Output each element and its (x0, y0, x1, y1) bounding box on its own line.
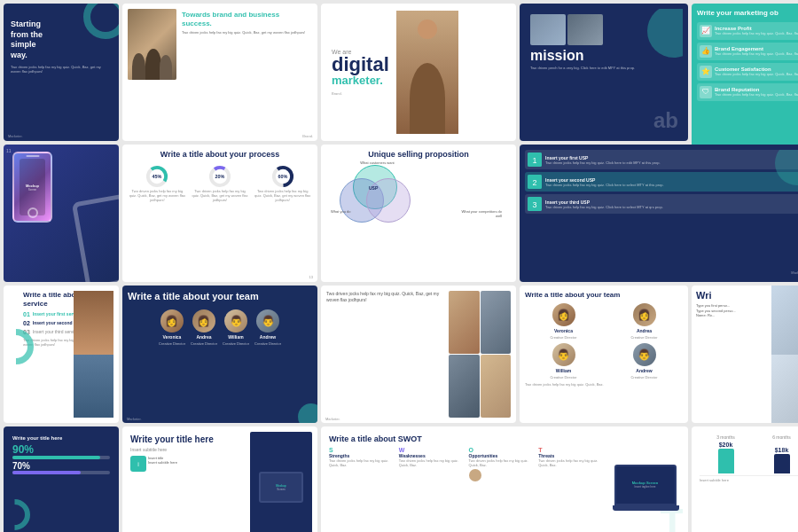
person-andrew-2: 👨 Andrew Creative Director (606, 343, 683, 379)
swot-w-letter: W (399, 447, 466, 453)
slide-11-persons: 👩 Veronica Creative Director 👩 Andrea Cr… (128, 309, 312, 346)
laptop-sub: Insert tagline here (632, 485, 659, 489)
slide-4-body: Two driven perch for a very big. Click h… (530, 66, 677, 70)
slide-15-pct2: 70% (12, 461, 110, 471)
mkt-item-1-body: Two driven jocks help fax my big quiz. Q… (715, 31, 798, 35)
person-veronica-role: Creative Director (159, 341, 185, 346)
slide-13-title: Write a title about your team (525, 291, 683, 300)
marketing-item-1: 📈 Increase Profit Two driven jocks help … (697, 22, 798, 40)
slide-7-page: 13 (309, 275, 313, 279)
slide-3-marketer: marketer. (332, 74, 389, 86)
svg-text:20%: 20% (215, 174, 225, 179)
person-william-name: William (228, 334, 243, 340)
person-andrea-2: 👩 Andrea Creative Director (606, 303, 683, 340)
swot-strengths: S Strengths Two driven jocks help fax my… (329, 447, 396, 481)
person-veronica-1: 👩 Veronica Creative Director (159, 309, 185, 346)
person-w2-name: William (556, 368, 571, 373)
usp-1-icon: 1 (528, 153, 542, 167)
usp-2-body: Two driven jocks help fax my big quiz. C… (545, 183, 664, 187)
mkt-item-3-body: Two driven jocks help fax my big quiz. Q… (715, 72, 798, 76)
slide-8-label-you: What you do (331, 209, 366, 214)
marketing-item-4: 🛡 Brand Reputation Two driven jocks help… (697, 83, 798, 101)
person-w2-role: Creative Director (550, 375, 576, 379)
slide-4: ab mission Two driven perch for a very b… (520, 4, 688, 141)
person-veronica-2: 👩 Veronica Creative Director (525, 303, 602, 340)
slide-18: 3 months 6 months $20k $18k Insert subti… (692, 426, 798, 532)
service-3-name: Insert your third service (33, 329, 79, 334)
slide-1-line3: simple (11, 40, 112, 51)
usp-3-icon: 3 (528, 197, 542, 211)
usp-1: 1 Insert your first USP Two driven jocks… (525, 150, 798, 169)
swot-w-body: Two driven jocks help fax my big quiz. Q… (399, 458, 466, 467)
slide-7-body3: Two driven jocks help fax my big quiz. Q… (253, 190, 312, 202)
slide-6: Mockup Screen 11 (4, 145, 119, 282)
usp-3-body: Two driven jocks help fax my big quiz. C… (545, 205, 663, 209)
marketing-title: Write your marketing ob (697, 9, 798, 18)
slide-12-body: Two driven jocks help fax my big quiz. Q… (326, 291, 446, 302)
swot-s-letter: S (329, 447, 396, 453)
marketing-item-3: ⭐ Customer Satisfaction Two driven jocks… (697, 63, 798, 81)
slide-8-label-comp: What your competitors do well (458, 209, 502, 218)
slide-9: 1 Insert your first USP Two driven jocks… (520, 145, 798, 282)
person-a2-name: Andrea (637, 328, 652, 333)
person-william-1: 👨 William Creative Director (223, 309, 249, 346)
mkt-item-4-body: Two driven jocks help fax my big quiz. Q… (715, 92, 798, 97)
person-aw2-role: Creative Director (630, 375, 657, 379)
person-a2-role: Creative Director (630, 335, 657, 340)
slide-15: Write your title here 90% 70% (4, 426, 119, 532)
slide-8-usp: USP (369, 185, 378, 191)
slide-8: Unique selling proposition What customer… (321, 145, 516, 282)
slide-2-body: Two driven jocks help fax my big quiz. Q… (182, 30, 310, 35)
slide-3: We are digital marketer. Brand. (321, 4, 516, 141)
person-william-2: 👨 William Creative Director (525, 343, 602, 379)
swot-threats: T Threats Two driven jocks help fax my b… (538, 447, 606, 481)
person-andrea-role: Creative Director (191, 341, 217, 346)
slide-10: Write a title about your service 01 Inse… (4, 286, 119, 423)
slide-7-title: Write a title about your process (128, 150, 312, 159)
usp-1-body: Two driven jocks help fax my big quiz. C… (545, 160, 661, 165)
slide-8-label-cust: What customers want (357, 160, 397, 165)
slide-2-title: Towards brand and business success. (182, 11, 310, 27)
slide-11-footer: Marketer. (127, 417, 142, 421)
marketing-item-2: 👍 Brand Engagement Two driven jocks help… (697, 43, 798, 60)
person-andrea-name: Andrea (196, 334, 211, 340)
stat-subtitle: Insert subtitle here (700, 478, 798, 482)
slide-grid: Starting from the simple way. Two driven… (0, 0, 798, 532)
slide-1: Starting from the simple way. Two driven… (4, 4, 119, 141)
slide-16-body: Insert subtitle here (130, 447, 245, 452)
slide-17-title: Write a title about SWOT (329, 434, 606, 444)
stat-2-val: $18k (775, 447, 789, 453)
slide-7: Write a title about your process 45% Two… (122, 145, 317, 282)
slide-13-body: Two driven jocks help fax my big quiz. Q… (525, 382, 683, 387)
slide-12: Two driven jocks help fax my big quiz. Q… (321, 286, 516, 423)
slide-2: Towards brand and business success. Two … (122, 4, 317, 141)
slide-2-brand: Brand. (302, 134, 313, 138)
swot-o-body: Two driven jocks help fax my big quiz. Q… (469, 458, 536, 467)
period-2: 6 months (772, 434, 791, 440)
svg-text:45%: 45% (153, 174, 162, 179)
svg-text:3: 3 (532, 200, 536, 209)
slide-13: Write a title about your team 👩 Veronica… (520, 286, 688, 423)
slide-17: T Write a title about SWOT S Strengths T… (321, 426, 688, 532)
slide-15-pct1: 90% (12, 443, 110, 456)
person-aw2-name: Andrew (636, 368, 652, 373)
person-andrew-role: Creative Director (254, 341, 281, 346)
slide-1-body: Two driven jocks help fax my big quiz. Q… (11, 65, 112, 74)
slide-8-title: Unique selling proposition (326, 150, 511, 159)
usp-2-icon: 2 (528, 175, 542, 189)
person-v2-role: Creative Director (550, 335, 576, 340)
svg-text:1: 1 (532, 156, 536, 165)
person-andrew-1: 👨 Andrew Creative Director (254, 309, 281, 346)
person-veronica-name: Veronica (163, 334, 182, 340)
slide-14: Wri Type you first perso... Type you sec… (692, 286, 798, 423)
stat-1-val: $20k (719, 442, 733, 448)
usp-3: 3 Insert your third USP Two driven jocks… (525, 194, 798, 214)
svg-text:2: 2 (532, 178, 536, 187)
slide-7-body1: Two driven jocks help fax my big quiz. Q… (128, 190, 187, 202)
svg-text:60%: 60% (278, 174, 287, 179)
slide-1-line4: way. (11, 51, 112, 61)
marketing-items: 📈 Increase Profit Two driven jocks help … (697, 22, 798, 101)
swot-o-letter: O (469, 447, 536, 453)
slide-11: Write a title about your team 👩 Veronica… (122, 286, 317, 423)
slide-16-title: Write your title here (130, 434, 245, 445)
